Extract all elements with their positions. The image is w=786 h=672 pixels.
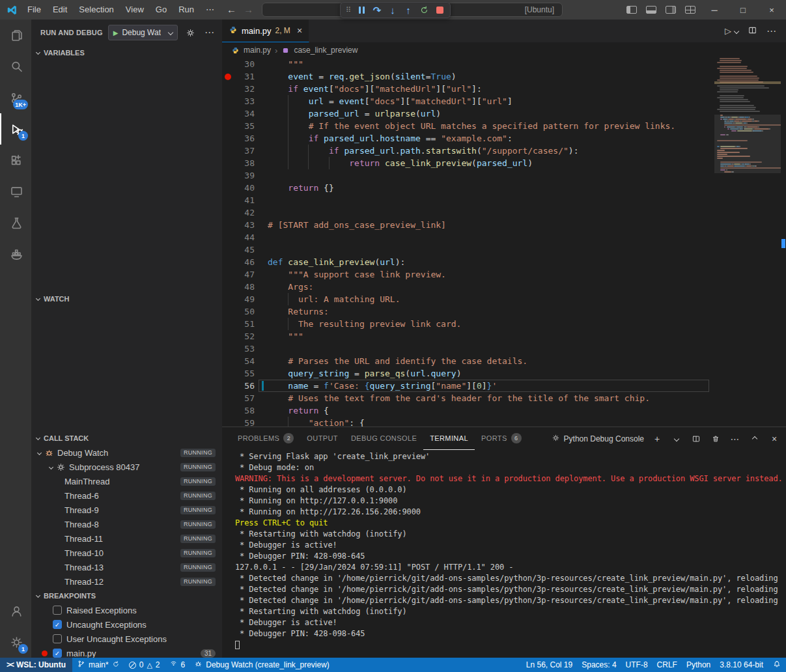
activity-item-remote-explorer[interactable] [0, 176, 31, 207]
call-stack-row[interactable]: MainThreadRUNNING [31, 474, 222, 488]
terminal[interactable]: * Serving Flask app 'create_link_preview… [222, 451, 786, 655]
breadcrumb-item[interactable]: case_link_preview [294, 46, 358, 55]
gutter[interactable]: 38 [222, 157, 259, 169]
close-panel-icon[interactable]: × [768, 432, 781, 445]
breakpoint-checkbox[interactable]: ✓ [53, 649, 62, 658]
menu-view[interactable]: View [120, 0, 150, 20]
gutter[interactable]: 55 [222, 367, 259, 380]
call-stack-row[interactable]: Thread-9RUNNING [31, 503, 222, 517]
terminal-profile[interactable]: Python Debug Console [552, 434, 644, 444]
code-line[interactable]: 44 [222, 231, 709, 244]
gutter[interactable]: 34 [222, 107, 259, 120]
panel-tab-terminal[interactable]: TERMINAL [423, 428, 475, 450]
code-line[interactable]: 46def case_link_preview(url): [222, 256, 709, 268]
toggle-sidebar-icon[interactable] [626, 6, 637, 14]
variables-section-header[interactable]: VARIABLES [31, 46, 222, 60]
code-line[interactable]: 38 return case_link_preview(parsed_url) [222, 157, 709, 169]
code-line[interactable]: 54 # Parses the URL and identify the cas… [222, 355, 709, 367]
code-line[interactable]: 41 [222, 194, 709, 206]
tab-close-icon[interactable]: × [297, 25, 302, 36]
debug-step-over-button[interactable]: ↷ [369, 3, 385, 18]
language-indicator[interactable]: Python [682, 658, 715, 672]
gutter[interactable]: 56 [222, 380, 259, 392]
breakpoint-checkbox[interactable] [53, 634, 62, 643]
code-line[interactable]: 52 """ [222, 330, 709, 343]
call-stack-row[interactable]: Debug WatchRUNNING [31, 445, 222, 460]
menu-selection[interactable]: Selection [73, 0, 119, 20]
breakpoint-row[interactable]: User Uncaught Exceptions [31, 632, 222, 646]
activity-item-run-and-debug[interactable]: 1 [0, 113, 31, 145]
gutter[interactable]: 33 [222, 95, 259, 107]
code-line[interactable]: 43# [START add_ons_case_preview_link] [222, 219, 709, 231]
indentation-indicator[interactable]: Spaces: 4 [577, 658, 621, 672]
gutter[interactable]: 46 [222, 256, 259, 268]
remote-indicator[interactable]: >< WSL: Ubuntu [0, 658, 72, 672]
activity-item-extensions[interactable] [0, 145, 31, 176]
gutter[interactable]: 35 [222, 120, 259, 132]
activity-item-search[interactable] [0, 51, 31, 82]
call-stack-row[interactable]: Thread-6RUNNING [31, 488, 222, 503]
code-editor[interactable]: 30 """31 event = req.get_json(silent=Tru… [222, 58, 786, 427]
debug-restart-button[interactable] [416, 3, 432, 18]
call-stack-row[interactable]: Thread-10RUNNING [31, 546, 222, 560]
code-line[interactable]: 48 Args: [222, 281, 709, 293]
debug-status[interactable]: Debug Watch (create_link_preview) [189, 658, 334, 672]
call-stack-row[interactable]: Thread-13RUNNING [31, 560, 222, 574]
toggle-panel-icon[interactable] [646, 6, 656, 14]
gutter[interactable]: 41 [222, 194, 259, 206]
activity-item-accounts[interactable] [0, 595, 31, 626]
activity-item-testing[interactable] [0, 207, 31, 238]
menu-run[interactable]: Run [173, 0, 200, 20]
gutter[interactable]: 42 [222, 206, 259, 219]
breakpoint-row[interactable]: Raised Exceptions [31, 603, 222, 617]
back-button[interactable]: ← [227, 0, 236, 20]
code-line[interactable]: 39 [222, 169, 709, 182]
breakpoint-row[interactable]: ✓main.py31 [31, 646, 222, 658]
debug-step-out-button[interactable]: ↑ [400, 3, 416, 18]
watch-section-header[interactable]: WATCH [31, 292, 222, 306]
code-line[interactable]: 34 parsed_url = urlparse(url) [222, 107, 709, 120]
interpreter-indicator[interactable]: 3.8.10 64-bit [715, 658, 768, 672]
menu-overflow[interactable]: ⋯ [200, 0, 220, 20]
code-line[interactable]: 42 [222, 206, 709, 219]
maximize-button[interactable]: □ [729, 0, 757, 20]
breadcrumb-item[interactable]: main.py [244, 46, 271, 55]
activity-item-docker[interactable] [0, 238, 31, 270]
call-stack-row[interactable]: Subprocess 80437RUNNING [31, 460, 222, 474]
call-stack-section-header[interactable]: CALL STACK [31, 431, 222, 445]
gutter[interactable]: 50 [222, 305, 259, 318]
gutter[interactable]: 39 [222, 169, 259, 182]
notifications-bell[interactable] [768, 658, 786, 672]
panel-more-actions-icon[interactable]: ⋯ [729, 432, 742, 445]
gutter[interactable]: 36 [222, 132, 259, 145]
call-stack-row[interactable]: Thread-12RUNNING [31, 574, 222, 589]
gutter-breakpoint-zone[interactable] [222, 74, 234, 80]
code-line[interactable]: 55 query_string = parse_qs(url.query) [222, 367, 709, 380]
breakpoints-section-header[interactable]: BREAKPOINTS [31, 589, 222, 603]
gutter[interactable]: 30 [222, 58, 259, 70]
run-python-file-button[interactable]: ▷ [725, 26, 738, 36]
debug-stop-button[interactable] [432, 3, 447, 18]
code-line[interactable]: 51 The resulting preview link card. [222, 318, 709, 330]
gutter[interactable]: 48 [222, 281, 259, 293]
code-line[interactable]: 59 "action": { [222, 417, 709, 427]
code-line[interactable]: 35 # If the event object URL matches a s… [222, 120, 709, 132]
menu-file[interactable]: File [21, 0, 47, 20]
problems-indicator[interactable]: 0 △ 2 [124, 658, 165, 672]
call-stack-row[interactable]: Thread-11RUNNING [31, 531, 222, 546]
start-debugging-icon[interactable]: ▶ [113, 29, 119, 36]
activity-item-settings[interactable]: 1 [0, 626, 31, 658]
debug-settings-gear-icon[interactable] [183, 25, 197, 40]
code-line[interactable]: 36 if parsed_url.hostname == "example.co… [222, 132, 709, 145]
gutter[interactable]: 32 [222, 83, 259, 95]
code-line[interactable]: 57 # Uses the text from the card's heade… [222, 392, 709, 404]
code-line[interactable]: 50 Returns: [222, 305, 709, 318]
encoding-indicator[interactable]: UTF-8 [621, 658, 653, 672]
menu-edit[interactable]: Edit [47, 0, 73, 20]
drag-grip-icon[interactable]: ⠿ [343, 6, 354, 14]
terminal-dropdown-icon[interactable] [670, 432, 683, 445]
activity-item-explorer[interactable] [0, 20, 31, 51]
activity-item-source-control[interactable]: 1K+ [0, 82, 31, 113]
gutter[interactable]: 44 [222, 231, 259, 244]
kill-terminal-icon[interactable] [709, 432, 722, 445]
